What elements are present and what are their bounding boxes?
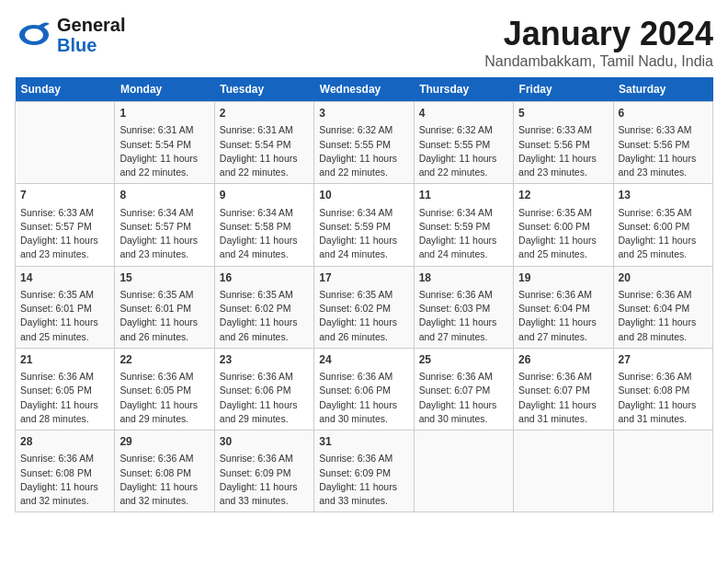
day-info-line: and 26 minutes. bbox=[319, 330, 408, 344]
day-info-line: Sunset: 6:02 PM bbox=[220, 302, 309, 316]
day-info-line: Daylight: 11 hours bbox=[419, 316, 508, 329]
day-info-line: and 32 minutes. bbox=[119, 494, 209, 508]
day-info-line: Daylight: 11 hours bbox=[20, 234, 109, 247]
week-row-1: 1Sunrise: 6:31 AMSunset: 5:54 PMDaylight… bbox=[16, 102, 713, 184]
col-header-wednesday: Wednesday bbox=[314, 77, 414, 102]
day-number: 12 bbox=[518, 188, 608, 203]
col-header-tuesday: Tuesday bbox=[214, 77, 313, 102]
day-info-line: Sunrise: 6:36 AM bbox=[20, 452, 109, 465]
day-info-line: Sunset: 6:02 PM bbox=[319, 302, 408, 316]
day-info-line: Sunset: 6:08 PM bbox=[619, 384, 708, 397]
col-header-friday: Friday bbox=[514, 77, 613, 102]
day-info-line: and 23 minutes. bbox=[20, 247, 109, 261]
day-info-line: Sunset: 6:07 PM bbox=[419, 384, 508, 397]
day-info-line: Sunset: 6:07 PM bbox=[518, 384, 608, 397]
day-cell bbox=[613, 431, 712, 512]
day-info-line: Daylight: 11 hours bbox=[20, 480, 109, 494]
day-number: 20 bbox=[619, 270, 708, 286]
day-number: 19 bbox=[518, 270, 608, 286]
day-info-line: and 28 minutes. bbox=[619, 330, 708, 344]
day-cell: 9Sunrise: 6:34 AMSunset: 5:58 PMDaylight… bbox=[214, 184, 313, 266]
day-info-line: Daylight: 11 hours bbox=[319, 480, 408, 494]
day-info-line: and 22 minutes. bbox=[319, 166, 408, 179]
day-info-line: Sunset: 6:06 PM bbox=[319, 384, 408, 397]
day-info-line: and 32 minutes. bbox=[20, 494, 109, 508]
day-info-line: Sunset: 5:59 PM bbox=[319, 220, 408, 234]
day-info-line: and 25 minutes. bbox=[619, 247, 708, 261]
day-info-line: Sunset: 6:05 PM bbox=[119, 384, 209, 397]
day-info-line: and 22 minutes. bbox=[419, 166, 508, 179]
day-cell: 15Sunrise: 6:35 AMSunset: 6:01 PMDayligh… bbox=[115, 266, 214, 348]
day-info-line: Daylight: 11 hours bbox=[119, 316, 209, 329]
day-info-line: Sunrise: 6:32 AM bbox=[319, 123, 408, 137]
day-number: 17 bbox=[319, 270, 408, 286]
day-info-line: Daylight: 11 hours bbox=[220, 152, 309, 166]
day-number: 11 bbox=[419, 188, 508, 203]
week-row-5: 28Sunrise: 6:36 AMSunset: 6:08 PMDayligh… bbox=[16, 431, 713, 512]
day-info-line: and 25 minutes. bbox=[20, 330, 109, 344]
day-info-line: and 30 minutes. bbox=[419, 412, 508, 426]
day-info-line: Sunrise: 6:36 AM bbox=[319, 370, 408, 384]
day-info-line: Daylight: 11 hours bbox=[619, 234, 708, 247]
day-number: 8 bbox=[119, 188, 209, 203]
col-header-thursday: Thursday bbox=[414, 77, 513, 102]
day-info-line: Sunset: 6:08 PM bbox=[119, 466, 209, 480]
day-info-line: Daylight: 11 hours bbox=[619, 316, 708, 329]
day-info-line: Sunset: 6:01 PM bbox=[20, 302, 109, 316]
day-cell: 26Sunrise: 6:36 AMSunset: 6:07 PMDayligh… bbox=[514, 348, 613, 430]
day-info-line: Sunrise: 6:33 AM bbox=[518, 123, 608, 137]
week-row-3: 14Sunrise: 6:35 AMSunset: 6:01 PMDayligh… bbox=[16, 266, 713, 348]
day-cell bbox=[514, 431, 613, 512]
day-number: 21 bbox=[20, 352, 109, 368]
day-info-line: Sunrise: 6:36 AM bbox=[419, 288, 508, 302]
day-info-line: Sunset: 6:06 PM bbox=[220, 384, 309, 397]
day-info-line: Sunset: 5:55 PM bbox=[319, 138, 408, 152]
day-info-line: Sunrise: 6:35 AM bbox=[619, 206, 708, 220]
calendar-table: SundayMondayTuesdayWednesdayThursdayFrid… bbox=[15, 77, 713, 512]
day-info-line: Daylight: 11 hours bbox=[518, 234, 608, 247]
day-number: 5 bbox=[518, 106, 608, 121]
day-info-line: Daylight: 11 hours bbox=[119, 152, 209, 166]
day-info-line: Sunrise: 6:36 AM bbox=[220, 370, 309, 384]
day-info-line: Daylight: 11 hours bbox=[518, 398, 608, 412]
day-cell: 18Sunrise: 6:36 AMSunset: 6:03 PMDayligh… bbox=[414, 266, 513, 348]
day-info-line: and 29 minutes. bbox=[220, 412, 309, 426]
day-cell bbox=[16, 102, 115, 184]
day-info-line: Sunrise: 6:36 AM bbox=[119, 452, 209, 465]
day-cell: 19Sunrise: 6:36 AMSunset: 6:04 PMDayligh… bbox=[514, 266, 613, 348]
day-info-line: Daylight: 11 hours bbox=[20, 316, 109, 329]
day-info-line: Sunrise: 6:34 AM bbox=[419, 206, 508, 220]
col-header-saturday: Saturday bbox=[613, 77, 712, 102]
day-info-line: Daylight: 11 hours bbox=[619, 152, 708, 166]
day-info-line: Sunrise: 6:35 AM bbox=[20, 288, 109, 302]
day-info-line: Sunrise: 6:34 AM bbox=[319, 206, 408, 220]
day-info-line: and 23 minutes. bbox=[518, 166, 608, 179]
day-info-line: and 27 minutes. bbox=[518, 330, 608, 344]
day-cell: 27Sunrise: 6:36 AMSunset: 6:08 PMDayligh… bbox=[613, 348, 712, 430]
day-info-line: Sunrise: 6:35 AM bbox=[119, 288, 209, 302]
day-cell: 29Sunrise: 6:36 AMSunset: 6:08 PMDayligh… bbox=[115, 431, 214, 512]
day-info-line: Daylight: 11 hours bbox=[220, 234, 309, 247]
day-info-line: and 31 minutes. bbox=[619, 412, 708, 426]
day-info-line: Sunrise: 6:35 AM bbox=[319, 288, 408, 302]
day-info-line: and 24 minutes. bbox=[220, 247, 309, 261]
day-info-line: and 29 minutes. bbox=[119, 412, 209, 426]
day-info-line: Daylight: 11 hours bbox=[20, 398, 109, 412]
day-info-line: Sunrise: 6:31 AM bbox=[220, 123, 309, 137]
day-number: 15 bbox=[119, 270, 209, 286]
day-cell: 13Sunrise: 6:35 AMSunset: 6:00 PMDayligh… bbox=[613, 184, 712, 266]
day-info-line: Sunrise: 6:33 AM bbox=[619, 123, 708, 137]
day-info-line: Sunrise: 6:32 AM bbox=[419, 123, 508, 137]
day-info-line: Sunrise: 6:36 AM bbox=[518, 370, 608, 384]
day-info-line: Sunrise: 6:36 AM bbox=[619, 370, 708, 384]
day-info-line: Sunrise: 6:31 AM bbox=[119, 123, 209, 137]
day-info-line: Sunset: 5:57 PM bbox=[20, 220, 109, 234]
day-cell: 10Sunrise: 6:34 AMSunset: 5:59 PMDayligh… bbox=[314, 184, 414, 266]
day-number: 3 bbox=[319, 106, 408, 121]
day-info-line: and 24 minutes. bbox=[319, 247, 408, 261]
day-info-line: and 23 minutes. bbox=[119, 247, 209, 261]
day-number: 16 bbox=[220, 270, 309, 286]
day-number: 14 bbox=[20, 270, 109, 286]
svg-point-1 bbox=[25, 29, 43, 41]
logo-blue: Blue bbox=[57, 35, 125, 55]
